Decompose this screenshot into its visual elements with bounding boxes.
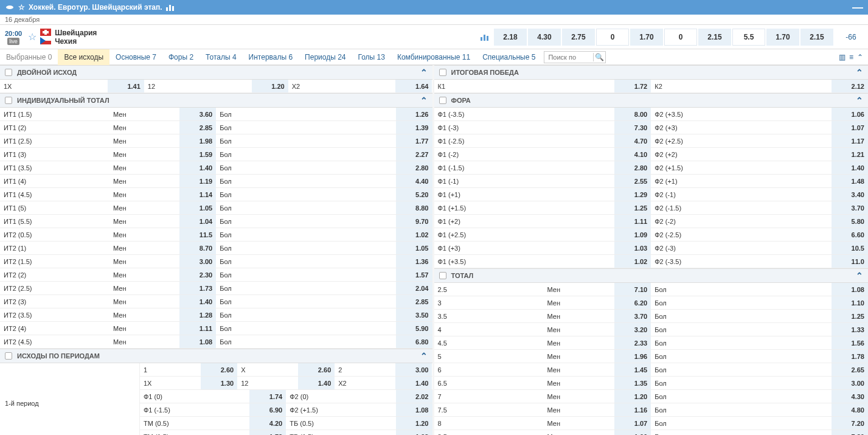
odd-cell[interactable]: 1.08 xyxy=(396,403,432,416)
odd-cell[interactable]: 3.70 xyxy=(614,310,651,322)
filter-tab[interactable]: Тоталы 4 xyxy=(200,49,242,65)
odd-cell[interactable]: 3.50 xyxy=(396,308,432,321)
odd-cell[interactable]: 1.36 xyxy=(396,255,432,268)
odd-cell[interactable]: 2.80 xyxy=(614,161,651,174)
filter-tab[interactable]: Все исходы xyxy=(58,49,109,65)
filter-tab[interactable]: Специальные 5 xyxy=(476,49,541,65)
odd-cell[interactable]: 1.39 xyxy=(396,121,432,134)
odd-cell[interactable]: 1.78 xyxy=(832,350,868,363)
odd-cell[interactable]: 7.80 xyxy=(832,430,868,435)
odd-cell[interactable]: 1.11 xyxy=(179,322,216,335)
filter-tab[interactable]: Основные 7 xyxy=(109,49,162,65)
strip-odd[interactable]: 4.30 xyxy=(528,29,561,46)
odd-cell[interactable]: 1.21 xyxy=(832,148,868,161)
odd-cell[interactable]: 4.70 xyxy=(614,134,651,147)
odd-cell[interactable]: 1.02 xyxy=(396,228,432,241)
strip-odd[interactable]: 1.70 xyxy=(630,29,663,46)
odd-cell[interactable]: 5.90 xyxy=(396,322,432,335)
section-checkbox[interactable] xyxy=(5,352,12,360)
odd-cell[interactable]: 2.55 xyxy=(614,175,651,187)
odd-cell[interactable]: 4.10 xyxy=(614,148,651,161)
strip-odd[interactable]: 0 xyxy=(664,29,697,46)
odd-cell[interactable]: 1.07 xyxy=(614,417,651,430)
odd-cell[interactable]: 8.70 xyxy=(179,242,216,254)
odd-cell[interactable]: 2.85 xyxy=(396,295,432,308)
odd-cell[interactable]: 1.06 xyxy=(614,430,651,435)
odd-cell[interactable]: 2.85 xyxy=(179,121,216,134)
odd-cell[interactable]: 1.28 xyxy=(179,308,216,321)
chevron-up-icon[interactable]: ⌃ xyxy=(420,351,428,361)
odd-cell[interactable]: 3.60 xyxy=(179,108,216,120)
odd-cell[interactable]: 1.74 xyxy=(249,390,286,403)
view-grid-icon[interactable]: ▥ xyxy=(839,53,845,61)
odd-cell[interactable]: 1.02 xyxy=(614,255,651,268)
odd-cell[interactable]: 9.70 xyxy=(396,215,432,228)
chevron-up-icon[interactable]: ⌃ xyxy=(420,68,428,77)
odd-cell[interactable]: 1.25 xyxy=(614,201,651,214)
odd-cell[interactable]: 1.08 xyxy=(179,335,216,348)
odd-cell[interactable]: 1.45 xyxy=(614,363,651,376)
odd-cell[interactable]: 7.20 xyxy=(832,417,868,430)
odd-cell[interactable]: 10.5 xyxy=(832,242,868,254)
odd-cell[interactable]: 2.60 xyxy=(298,363,335,376)
odd-cell[interactable]: 2.30 xyxy=(179,268,216,281)
search-icon[interactable]: 🔍 xyxy=(593,53,605,61)
odd-cell[interactable]: 1.19 xyxy=(179,175,216,187)
odd-cell[interactable]: 5.20 xyxy=(396,188,432,201)
odd-cell[interactable]: 1.04 xyxy=(179,215,216,228)
odd-cell[interactable]: 1.03 xyxy=(614,242,651,254)
odd-cell[interactable]: 1.77 xyxy=(396,134,432,147)
odd-cell[interactable]: 2.65 xyxy=(832,363,868,376)
chevron-up-icon[interactable]: ⌃ xyxy=(856,96,863,105)
odd-cell[interactable]: 4.40 xyxy=(396,175,432,187)
section-checkbox[interactable] xyxy=(439,97,446,104)
section-checkbox[interactable] xyxy=(5,69,12,76)
odd-cell[interactable]: 1.98 xyxy=(179,134,216,147)
odd-cell[interactable]: 4.80 xyxy=(832,403,868,416)
odd-cell[interactable]: 1.08 xyxy=(832,283,868,296)
strip-odd[interactable]: 1.70 xyxy=(766,29,799,46)
odd-cell[interactable]: 8.80 xyxy=(396,201,432,214)
odd-cell[interactable]: 3.70 xyxy=(832,201,868,214)
minimize-icon[interactable]: — xyxy=(852,1,863,14)
chart-icon[interactable] xyxy=(476,29,493,46)
odd-cell[interactable]: 1.10 xyxy=(832,296,868,309)
odd-cell[interactable]: 7.30 xyxy=(614,121,651,134)
odd-cell[interactable]: 11.0 xyxy=(832,255,868,268)
odd-cell[interactable]: 1.40 xyxy=(298,377,335,389)
odd-cell[interactable]: 6.20 xyxy=(614,296,651,309)
odd-cell[interactable]: 3.40 xyxy=(832,188,868,201)
odd-cell[interactable]: 1.20 xyxy=(614,390,651,403)
odd-cell[interactable]: 1.35 xyxy=(614,377,651,389)
strip-odd[interactable]: 2.18 xyxy=(494,29,527,46)
chevron-up-icon[interactable]: ⌃ xyxy=(420,96,428,105)
odd-cell[interactable]: 1.09 xyxy=(614,228,651,241)
odd-cell[interactable]: 1.40 xyxy=(395,377,432,389)
odd-cell[interactable]: 1.25 xyxy=(832,310,868,322)
odd-cell[interactable]: 3.00 xyxy=(179,255,216,268)
odd-cell[interactable]: 1.05 xyxy=(179,201,216,214)
odd-cell[interactable]: 1.07 xyxy=(832,121,868,134)
chevron-up-icon[interactable]: ⌃ xyxy=(856,68,863,77)
odd-cell[interactable]: 6.90 xyxy=(249,403,286,416)
chevron-up-icon[interactable]: ⌃ xyxy=(856,271,863,280)
odd-cell[interactable]: 1.29 xyxy=(614,188,651,201)
odd-cell[interactable]: 1.40 xyxy=(179,295,216,308)
filter-tab[interactable]: Интервалы 6 xyxy=(243,49,299,65)
bars-icon[interactable] xyxy=(166,4,175,11)
odd-cell[interactable]: 11.5 xyxy=(179,228,216,241)
odd-cell[interactable]: 4.30 xyxy=(832,390,868,403)
filter-tab[interactable]: Периоды 24 xyxy=(299,49,352,65)
collapse-all-icon[interactable]: ⌃ xyxy=(857,53,863,61)
odd-cell[interactable]: 1.30 xyxy=(201,377,237,389)
section-checkbox[interactable] xyxy=(439,272,446,279)
odd-cell[interactable]: 1.14 xyxy=(179,188,216,201)
odd-cell[interactable]: 1.48 xyxy=(832,175,868,187)
odd-cell[interactable]: 1.78 xyxy=(249,430,286,435)
filter-tab[interactable]: Форы 2 xyxy=(162,49,200,65)
odd-cell[interactable]: 4.20 xyxy=(249,417,286,430)
odd-cell[interactable]: 2.60 xyxy=(201,363,237,376)
odd-cell[interactable]: 5.80 xyxy=(832,215,868,228)
odd-cell[interactable]: 2.12 xyxy=(832,80,868,92)
odd-cell[interactable]: 1.98 xyxy=(396,430,432,435)
